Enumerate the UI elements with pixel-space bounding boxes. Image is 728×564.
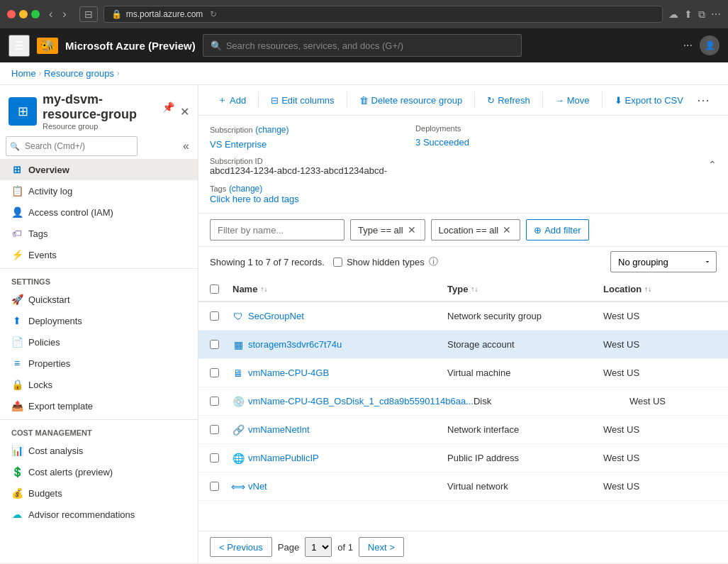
delete-label: Delete resource group (371, 95, 463, 106)
type-filter-tag[interactable]: Type == all ✕ (350, 219, 425, 240)
move-button[interactable]: → Move (547, 91, 598, 110)
back-button[interactable]: ‹ (45, 6, 56, 22)
row2-checkbox[interactable] (210, 340, 219, 349)
cloud-icon[interactable]: ☁ (668, 9, 678, 21)
sidebar-item-deployments[interactable]: ⬆ Deployments (0, 310, 198, 331)
columns-icon: ⊟ (271, 95, 279, 106)
add-tags-link[interactable]: Click here to add tags (210, 194, 299, 204)
tags-change-link[interactable]: (change) (229, 184, 262, 194)
page-select[interactable]: 1 (305, 537, 332, 557)
row5-location-cell: West US (603, 424, 717, 435)
close-sidebar-button[interactable]: ✕ (180, 105, 189, 118)
type-column-header[interactable]: Type ↑↓ (447, 284, 603, 294)
export-button[interactable]: ⬇ Export to CSV (607, 91, 691, 110)
refresh-url-button[interactable]: ↻ (210, 9, 217, 19)
sidebar-item-events[interactable]: ⚡ Events (0, 244, 198, 265)
sidebar-item-export-template[interactable]: 📤 Export template (0, 395, 198, 416)
row2-name-link[interactable]: storagem3sdvr6c7t74u (248, 339, 342, 350)
filter-by-name-input[interactable] (210, 219, 345, 240)
info-circle-icon: ⓘ (429, 255, 438, 268)
sidebar-label-cost-analysis: Cost analysis (28, 446, 83, 456)
row5-checkbox[interactable] (210, 425, 219, 434)
sidebar-item-quickstart[interactable]: 🚀 Quickstart (0, 289, 198, 310)
location-column-header[interactable]: Location ↑↓ (603, 284, 717, 294)
sidebar-label-quickstart: Quickstart (28, 294, 70, 305)
deployments-count-link[interactable]: 3 Succeeded (415, 137, 469, 148)
refresh-button[interactable]: ↻ Refresh (479, 91, 538, 110)
add-button[interactable]: ＋ Add (210, 89, 254, 111)
browser-actions: ☁ ⬆ ⧉ ⋯ (668, 9, 721, 21)
user-avatar[interactable]: 👤 (700, 35, 719, 55)
pin-icon[interactable]: 📌 (162, 101, 174, 113)
sidebar-item-policies[interactable]: 📄 Policies (0, 331, 198, 353)
location-filter-remove-button[interactable]: ✕ (501, 224, 513, 236)
previous-button[interactable]: < Previous (210, 537, 272, 557)
sidebar-item-tags[interactable]: 🏷 Tags (0, 223, 198, 244)
sidebar-search-input[interactable] (6, 136, 138, 156)
row7-name-link[interactable]: vNet (248, 481, 267, 492)
row6-name-link[interactable]: vmNamePublicIP (248, 453, 319, 463)
row5-name-link[interactable]: vmNameNetInt (248, 424, 310, 435)
show-hidden-label[interactable]: Show hidden types ⓘ (333, 255, 438, 268)
sidebar-button[interactable]: ⊟ (79, 6, 98, 22)
add-filter-label: Add filter (544, 225, 581, 236)
sidebar-item-cost-alerts[interactable]: 💲 Cost alerts (preview) (0, 461, 198, 482)
sidebar-item-activity-log[interactable]: 📋 Activity log (0, 180, 198, 201)
sidebar-item-locks[interactable]: 🔒 Locks (0, 374, 198, 395)
close-window-button[interactable] (7, 10, 16, 18)
new-tab-button[interactable]: ⧉ (698, 9, 705, 21)
maximize-window-button[interactable] (31, 10, 40, 18)
row1-checkbox[interactable] (210, 311, 219, 321)
url-bar[interactable]: 🔒 ms.portal.azure.com ↻ (103, 6, 663, 23)
resource-title: my-dsvm-resource-group (43, 92, 157, 122)
subscription-value-link[interactable]: VS Enterprise (210, 139, 387, 150)
row3-checkbox[interactable] (210, 368, 219, 377)
sidebar-item-advisor[interactable]: ☁ Advisor recommendations (0, 504, 198, 525)
grouping-select[interactable]: No grouping Resource type Location Tag (610, 251, 717, 272)
location-filter-tag[interactable]: Location == all ✕ (431, 219, 521, 240)
sidebar-collapse-button[interactable]: « (180, 138, 192, 154)
add-filter-button[interactable]: ⊕ Add filter (526, 219, 588, 240)
row3-checkbox-cell (210, 368, 233, 377)
row4-checkbox[interactable] (210, 397, 219, 406)
next-button[interactable]: Next > (359, 537, 404, 557)
edit-columns-button[interactable]: ⊟ Edit columns (263, 91, 342, 110)
subscription-change-link[interactable]: (change) (255, 125, 289, 135)
topbar-search-bar[interactable]: 🔍 Search resources, services, and docs (… (203, 34, 522, 57)
row3-name-link[interactable]: vmName-CPU-4GB (248, 367, 329, 378)
sidebar-item-cost-analysis[interactable]: 📊 Cost analysis (0, 440, 198, 461)
sidebar-item-access-control[interactable]: 👤 Access control (IAM) (0, 201, 198, 223)
collapse-info-button[interactable]: ⌃ (708, 159, 717, 170)
select-all-checkbox[interactable] (210, 284, 219, 294)
location-col-label: Location (603, 284, 642, 294)
sidebar-label-advisor: Advisor recommendations (28, 509, 135, 520)
toolbar-more-button[interactable]: ⋯ (693, 89, 714, 111)
name-column-header[interactable]: Name ↑↓ (233, 284, 447, 294)
row1-name-link[interactable]: SecGroupNet (248, 311, 304, 321)
hamburger-menu-button[interactable]: ☰ (9, 35, 30, 57)
subscription-col: Subscription (change) VS Enterprise Subs… (210, 124, 387, 204)
type-filter-remove-button[interactable]: ✕ (406, 224, 418, 236)
table-row: 💿 vmName-CPU-4GB_OsDisk_1_cd8a9b5590114b… (198, 387, 728, 416)
sidebar-navigation: ⊞ Overview 📋 Activity log 👤 Access contr… (0, 159, 198, 563)
sidebar-item-budgets[interactable]: 💰 Budgets (0, 482, 198, 504)
share-button[interactable]: ⬆ (684, 9, 693, 21)
breadcrumb-home[interactable]: Home (11, 68, 36, 79)
minimize-window-button[interactable] (19, 10, 28, 18)
sidebar-item-overview[interactable]: ⊞ Overview (0, 159, 198, 180)
forward-button[interactable]: › (59, 6, 69, 22)
deployments-label: Deployments (415, 124, 469, 133)
row6-checkbox[interactable] (210, 453, 219, 463)
settings-section-title: Settings (0, 268, 198, 289)
advisor-icon: ☁ (11, 509, 23, 520)
ellipsis-menu-button[interactable]: ··· (679, 36, 697, 55)
breadcrumb-resource-groups[interactable]: Resource groups (44, 68, 114, 79)
subscription-id-row: Subscription ID abcd1234-1234-abcd-1233-… (210, 157, 387, 176)
delete-button[interactable]: 🗑 Delete resource group (352, 91, 471, 110)
show-hidden-checkbox[interactable] (333, 258, 342, 267)
row7-checkbox[interactable] (210, 482, 219, 491)
browser-menu-button[interactable]: ⋯ (711, 9, 721, 21)
toolbar-sep-1 (258, 92, 259, 109)
sidebar-item-properties[interactable]: ≡ Properties (0, 353, 198, 374)
row4-name-link[interactable]: vmName-CPU-4GB_OsDisk_1_cd8a9b5590114b6a… (248, 396, 474, 407)
